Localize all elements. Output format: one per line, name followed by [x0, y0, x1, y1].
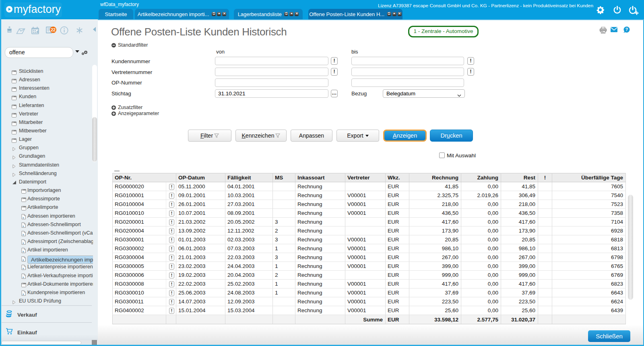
svg-text:?: ? [625, 27, 628, 32]
